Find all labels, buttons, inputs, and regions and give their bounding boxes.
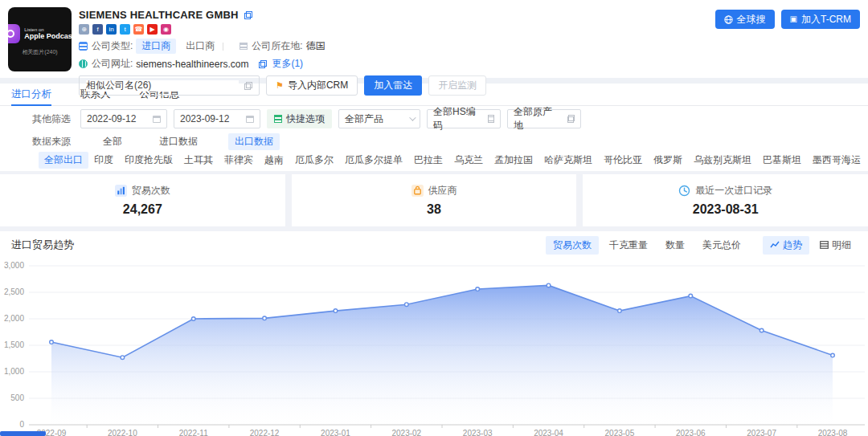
similar-company-icon <box>244 82 252 90</box>
country-tab[interactable]: 乌克兰 <box>448 152 489 169</box>
country-tab[interactable]: 墨西哥海运 <box>807 152 866 169</box>
youtube-icon[interactable]: ▶ <box>147 24 158 35</box>
copy-company-name-icon[interactable] <box>244 11 252 19</box>
company-name: SIEMENS HEALTHCARE GMBH <box>79 9 239 21</box>
calendar-icon <box>153 116 161 123</box>
svg-text:2023-03: 2023-03 <box>463 429 493 436</box>
country-tab[interactable]: 越南 <box>259 152 289 169</box>
svg-text:2,500: 2,500 <box>4 287 24 296</box>
svg-text:2023-02: 2023-02 <box>391 429 421 436</box>
svg-text:2023-06: 2023-06 <box>676 429 706 436</box>
social-icons: ⊕fint☎▶◉ <box>79 24 486 35</box>
more-link[interactable]: 更多(1) <box>272 57 303 71</box>
svg-text:2023-01: 2023-01 <box>321 429 350 436</box>
country-tab[interactable]: 菲律宾 <box>219 152 259 169</box>
svg-text:2022-11: 2022-11 <box>179 429 208 436</box>
svg-text:2023-04: 2023-04 <box>534 429 563 436</box>
country-tab[interactable]: 厄瓜多尔提单 <box>339 152 408 169</box>
logo-caption: 相关图片(240) <box>22 48 57 56</box>
country-tab[interactable]: 巴基斯坦 <box>757 152 807 169</box>
facebook-icon[interactable]: f <box>92 24 103 35</box>
data-source-row: 数据来源 全部 进口数据 出口数据 <box>0 132 868 151</box>
join-tcrm-button[interactable]: ▣ 加入T-CRM <box>781 10 860 29</box>
svg-text:0: 0 <box>19 420 24 429</box>
country-tab[interactable]: 印度抢先版 <box>119 152 178 169</box>
country-tab[interactable]: 俄罗斯 <box>648 152 688 169</box>
list-icon <box>488 115 494 123</box>
date-from-input[interactable]: 2022-09-12 <box>80 109 167 128</box>
chart-title: 进口贸易趋势 <box>11 238 74 252</box>
globe-icon <box>79 59 88 68</box>
product-select[interactable]: 全部产品 <box>338 109 420 128</box>
trade-trend-chart[interactable]: 05001,0001,5002,0002,5003,0002022-092022… <box>0 255 868 436</box>
datasource-all[interactable]: 全部 <box>96 133 129 150</box>
country-tab[interactable]: 全部出口 <box>39 152 88 169</box>
global-search-button[interactable]: 全球搜 <box>715 10 775 29</box>
quick-options-icon <box>274 115 282 123</box>
importer-badge[interactable]: 进口商 <box>136 39 176 54</box>
website-icon[interactable]: ⊕ <box>79 24 89 35</box>
country-tab-row: 全部出口印度印度抢先版土耳其菲律宾越南厄瓜多尔厄瓜多尔提单巴拉圭乌克兰孟加拉国哈… <box>0 151 868 169</box>
instagram-icon[interactable]: ◉ <box>161 24 171 35</box>
trend-chart-card: 进口贸易趋势 贸易次数千克重量数量美元总价 趋势明细 05001,0001,50… <box>0 231 868 436</box>
svg-text:2022-10: 2022-10 <box>108 429 137 436</box>
svg-text:1,500: 1,500 <box>4 340 24 349</box>
apple-podcasts-icon <box>8 24 20 43</box>
phone-icon[interactable]: ☎ <box>133 24 144 35</box>
similar-company-input[interactable] <box>79 75 260 96</box>
card-icon: ▣ <box>790 15 797 23</box>
svg-text:1,000: 1,000 <box>4 367 24 376</box>
country-tab[interactable]: 孟加拉国 <box>489 152 538 169</box>
view-toggle[interactable]: 趋势 <box>763 236 809 255</box>
import-crm-button[interactable]: ⚑ 导入内部CRM <box>266 75 358 96</box>
country-tab[interactable]: 哥伦比亚 <box>598 152 648 169</box>
twitter-icon[interactable]: t <box>120 24 130 35</box>
other-filters-label: 其他筛选 <box>32 112 71 126</box>
linkedin-icon[interactable]: in <box>106 24 117 35</box>
start-monitor-button[interactable]: 开启监测 <box>428 75 486 96</box>
tab-import-analysis[interactable]: 进口分析 <box>11 84 51 106</box>
svg-text:2023-08: 2023-08 <box>818 429 848 436</box>
country-tab[interactable]: 巴拉圭 <box>408 152 448 169</box>
copy-website-icon[interactable] <box>259 60 267 68</box>
suppliers-value: 38 <box>427 202 441 217</box>
globe-search-icon <box>724 15 733 24</box>
datasource-import[interactable]: 进口数据 <box>153 133 204 150</box>
join-radar-button[interactable]: 加入雷达 <box>364 75 422 96</box>
metric-toggle[interactable]: 数量 <box>658 236 692 255</box>
list-icon <box>567 115 575 123</box>
origin-select[interactable]: 全部原产地 <box>507 109 581 128</box>
metric-toggle[interactable]: 千克重量 <box>602 236 655 255</box>
country-tab[interactable]: 厄瓜多尔 <box>289 152 339 169</box>
stat-card-suppliers: 供应商 38 <box>292 174 577 226</box>
similar-company-field[interactable] <box>86 80 239 92</box>
metric-toggle[interactable]: 美元总价 <box>695 236 748 255</box>
building-icon <box>79 42 88 51</box>
company-type-label: 公司类型: <box>92 39 133 53</box>
stats-band: 贸易次数 24,267 供应商 38 最近一次进口记录 2023-08-31 <box>0 171 868 231</box>
country-tab[interactable]: 哈萨克斯坦 <box>538 152 598 169</box>
country-tab[interactable]: 乌兹别克斯坦 <box>688 152 757 169</box>
metric-toggle[interactable]: 贸易次数 <box>546 236 599 255</box>
company-logo: Listen on Apple Podcasts 相关图片(240) <box>8 7 72 71</box>
exporter-label[interactable]: 出口商 <box>186 39 215 53</box>
bar-chart-icon <box>115 185 127 197</box>
date-to-input[interactable]: 2023-09-12 <box>174 109 260 128</box>
country-tab[interactable]: 印度 <box>88 152 119 169</box>
quick-options-button[interactable]: 快捷选项 <box>267 109 332 128</box>
stat-card-trade-count: 贸易次数 24,267 <box>0 174 285 226</box>
country-tab[interactable]: 土耳其 <box>178 152 219 169</box>
calendar-icon <box>246 116 254 123</box>
datasource-export[interactable]: 出口数据 <box>228 133 280 150</box>
website-value[interactable]: siemens-healthineers.com <box>136 59 248 70</box>
trade-count-value: 24,267 <box>123 202 162 217</box>
hs-code-select[interactable]: 全部HS编码 <box>427 109 501 128</box>
flag-icon: ⚑ <box>276 80 284 91</box>
logo-line2: Apple Podcasts <box>24 32 72 40</box>
horizontal-scrollbar-thumb[interactable] <box>0 431 46 436</box>
last-import-value: 2023-08-31 <box>693 202 759 217</box>
stat-card-last-import: 最近一次进口记录 2023-08-31 <box>583 174 868 226</box>
view-toggle[interactable]: 明细 <box>813 236 858 255</box>
divider <box>223 43 223 51</box>
svg-text:3,000: 3,000 <box>4 261 24 270</box>
